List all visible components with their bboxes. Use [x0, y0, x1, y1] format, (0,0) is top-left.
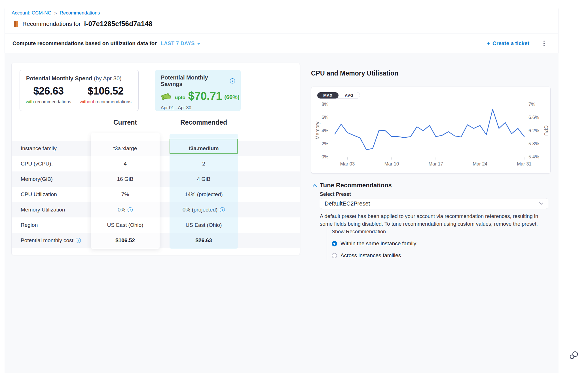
- recommendations-page: Account: CCM-NG > Recommendations Recomm…: [0, 0, 588, 373]
- chevron-down-icon: [539, 202, 543, 205]
- page-header: Account: CCM-NG > Recommendations Recomm…: [5, 9, 559, 53]
- spend-card-title: Potential Monthly Spend: [26, 75, 92, 81]
- current-potential-cost: $106.52: [91, 233, 160, 248]
- recommended-instance-family[interactable]: t3a.medium: [170, 141, 238, 156]
- savings-period: Apr 01 - Apr 30: [161, 105, 235, 110]
- recommendation-panel: Potential Monthly Spend (by Apr 30) $26.…: [11, 63, 300, 255]
- radio-across-families[interactable]: Across instances families: [332, 252, 416, 259]
- toggle-max-button[interactable]: MAX: [317, 92, 339, 99]
- period-dropdown-value: LAST 7 DAYS: [161, 41, 195, 47]
- row-label-memory-utilization: Memory Utilization: [21, 202, 65, 217]
- row-label-cpu-utilization: CPU Utilization: [21, 187, 57, 202]
- plus-icon: +: [487, 40, 490, 47]
- left-axis-label: Memory: [315, 121, 320, 139]
- radio-within-same-family[interactable]: Within the same instance family: [332, 240, 416, 247]
- right-axis-tick: 5.4%: [528, 154, 539, 159]
- radio-label: Within the same instance family: [340, 240, 416, 247]
- chevron-down-icon: [197, 43, 200, 45]
- spend-card-subtitle: (by Apr 30): [94, 75, 122, 81]
- potential-monthly-savings-card: Potential Monthly Savings i: [155, 70, 241, 111]
- row-label-memory: Memory(GiB): [21, 171, 53, 187]
- recommended-memory-utilization: 0% (projected) i: [170, 202, 238, 217]
- preset-select[interactable]: DefaultEC2Preset: [320, 198, 548, 209]
- tune-recommendations-header[interactable]: Tune Recommendations: [313, 182, 392, 189]
- right-axis-tick: 5.8%: [528, 141, 539, 146]
- left-axis-tick: 6%: [322, 115, 328, 120]
- preset-select-value: DefaultEC2Preset: [325, 200, 370, 207]
- x-axis-tick-label: Mar 31: [517, 161, 531, 166]
- toolbar: Compute recommendations based on utiliza…: [5, 33, 558, 53]
- left-axis-tick: 4%: [322, 128, 328, 133]
- period-dropdown[interactable]: LAST 7 DAYS: [161, 41, 200, 47]
- recommended-memory: 4 GiB: [170, 171, 238, 187]
- select-preset-label: Select Preset: [320, 191, 351, 197]
- with-word: with: [26, 99, 34, 104]
- savings-percent: (66%): [224, 94, 239, 100]
- left-axis-tick: 0%: [322, 154, 328, 159]
- tune-recommendations-heading: Tune Recommendations: [320, 182, 392, 189]
- series-cpu-line: [335, 109, 524, 150]
- right-axis-tick: 7%: [528, 102, 535, 107]
- without-word: without: [80, 99, 94, 104]
- instance-id: i-07e1285cf56d7a148: [84, 20, 152, 28]
- savings-value: $70.71: [188, 90, 222, 102]
- x-axis-tick-label: Mar 24: [473, 161, 487, 166]
- recommended-column-header: Recommended: [170, 119, 238, 126]
- current-cpu-utilization: 7%: [91, 187, 160, 202]
- without-rest: recommendations: [95, 99, 131, 104]
- radio-button[interactable]: [332, 241, 337, 246]
- savings-card-title: Potential Monthly Savings: [161, 74, 228, 87]
- spend-with-recommendations-value: $26.63: [33, 85, 64, 97]
- potential-monthly-spend-card: Potential Monthly Spend (by Apr 30) $26.…: [20, 70, 139, 111]
- row-label-region: Region: [21, 217, 38, 233]
- x-axis-tick-label: Mar 10: [384, 161, 399, 166]
- recommended-potential-cost: $26.63: [170, 233, 238, 248]
- spend-without-recommendations-value: $106.52: [88, 85, 124, 97]
- current-instance-family: t3a.xlarge: [91, 141, 160, 156]
- breadcrumb-recommendations-link[interactable]: Recommendations: [60, 10, 100, 16]
- projected-memory-info-icon[interactable]: i: [220, 207, 225, 212]
- money-icon: [161, 92, 172, 101]
- row-label-potential-monthly-cost: Potential monthly cost i: [21, 233, 81, 248]
- content-area: Potential Monthly Spend (by Apr 30) $26.…: [5, 53, 559, 373]
- recommended-cpu: 2: [170, 156, 238, 171]
- page-title: Recommendations for i-07e1285cf56d7a148: [13, 20, 153, 28]
- chevron-up-icon: [313, 184, 317, 187]
- current-column-header: Current: [91, 119, 160, 126]
- recommended-region: US East (Ohio): [170, 217, 238, 233]
- with-rest: recommendations: [35, 99, 71, 104]
- chart-title: CPU and Memory Utilisation: [311, 70, 398, 77]
- right-axis-label: CPU: [543, 125, 548, 136]
- savings-info-icon[interactable]: i: [230, 78, 235, 83]
- utilisation-chart-card: MAX AVG 0%2%4%6%8%5.4%5.8%6.2%6.6%7%Memo…: [311, 87, 551, 174]
- preset-description: A default preset has been applied to you…: [320, 212, 543, 228]
- toggle-avg-button[interactable]: AVG: [339, 92, 360, 99]
- create-ticket-button[interactable]: + Create a ticket: [487, 40, 529, 47]
- memory-utilization-info-icon[interactable]: i: [128, 207, 133, 212]
- left-axis-tick: 2%: [322, 141, 328, 146]
- chat-support-icon[interactable]: [569, 351, 579, 361]
- upto-label: upto: [175, 95, 185, 100]
- recommended-cpu-utilization: 14% (projected): [170, 187, 238, 202]
- breadcrumb: Account: CCM-NG > Recommendations: [12, 10, 100, 16]
- show-recommendation-label: Show Recommendation: [332, 229, 416, 235]
- current-memory: 16 GiB: [91, 171, 160, 187]
- utilization-data-label: Compute recommendations based on utiliza…: [12, 40, 157, 47]
- create-ticket-label: Create a ticket: [492, 40, 529, 47]
- current-memory-utilization: 0% i: [91, 202, 160, 217]
- potential-cost-info-icon[interactable]: i: [76, 238, 81, 243]
- radio-button[interactable]: [332, 253, 337, 258]
- max-avg-toggle: MAX AVG: [317, 92, 360, 99]
- left-axis-tick: 8%: [322, 102, 328, 107]
- spend-divider: [75, 86, 75, 104]
- right-axis-tick: 6.6%: [528, 115, 539, 120]
- breadcrumb-account-link[interactable]: Account: CCM-NG: [12, 10, 52, 16]
- x-axis-tick-label: Mar 03: [340, 161, 355, 166]
- current-cpu: 4: [91, 156, 160, 171]
- radio-label: Across instances families: [340, 252, 401, 259]
- more-options-menu-icon[interactable]: [542, 39, 546, 47]
- show-recommendation-group: Show Recommendation Within the same inst…: [327, 228, 416, 260]
- row-label-instance-family: Instance family: [21, 141, 57, 156]
- ec2-instance-icon: [13, 20, 19, 28]
- current-region: US East (Ohio): [91, 217, 160, 233]
